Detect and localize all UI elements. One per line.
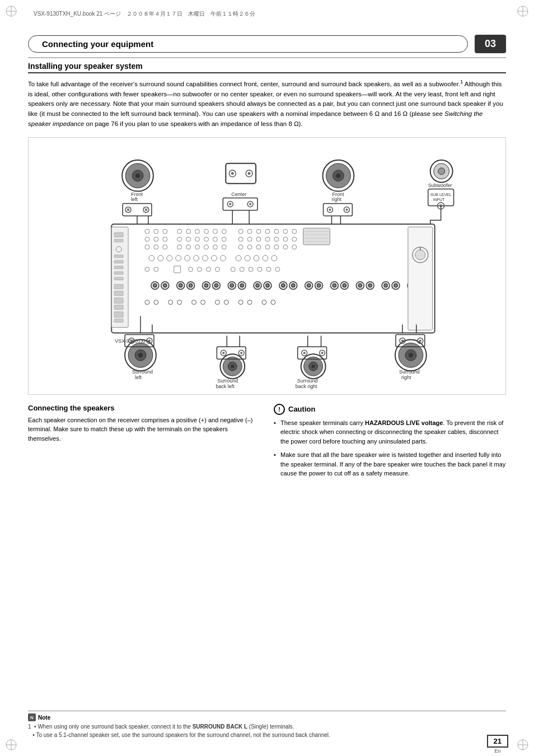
svg-point-169 bbox=[240, 284, 243, 287]
svg-text:Surround: Surround bbox=[399, 369, 420, 375]
svg-point-121 bbox=[292, 245, 297, 249]
svg-point-100 bbox=[247, 237, 252, 241]
caution-title: Caution bbox=[288, 405, 315, 413]
svg-point-15 bbox=[135, 174, 140, 178]
svg-point-31 bbox=[248, 172, 251, 175]
bottom-columns: Connecting the speakers Each speaker con… bbox=[28, 404, 506, 483]
svg-text:Surround: Surround bbox=[297, 378, 318, 384]
svg-point-201 bbox=[177, 300, 182, 305]
page-lang: En bbox=[494, 748, 500, 754]
svg-point-76 bbox=[163, 229, 167, 234]
svg-text:Front: Front bbox=[131, 191, 143, 197]
svg-rect-27 bbox=[226, 164, 256, 184]
svg-point-37 bbox=[249, 203, 251, 205]
svg-point-98 bbox=[222, 237, 226, 241]
svg-point-129 bbox=[211, 255, 217, 261]
svg-text:back left: back left bbox=[216, 384, 235, 389]
svg-rect-70 bbox=[114, 298, 123, 304]
svg-text:right: right bbox=[331, 197, 341, 202]
note-section: N Note 1 • When using only one surround … bbox=[28, 711, 506, 739]
svg-text:Subwoofer: Subwoofer bbox=[428, 183, 452, 188]
svg-point-246 bbox=[312, 365, 315, 368]
svg-point-202 bbox=[192, 300, 196, 305]
svg-point-257 bbox=[409, 353, 413, 357]
svg-point-146 bbox=[257, 267, 262, 272]
svg-point-35 bbox=[229, 203, 231, 205]
svg-point-173 bbox=[266, 284, 269, 287]
svg-point-161 bbox=[189, 284, 193, 287]
page-number-box: 21 En bbox=[487, 735, 508, 754]
svg-point-87 bbox=[274, 229, 279, 234]
svg-rect-60 bbox=[114, 232, 123, 237]
main-content: Installing your speaker system To take f… bbox=[28, 62, 506, 722]
svg-text:Center: Center bbox=[231, 191, 246, 197]
svg-point-140 bbox=[198, 267, 202, 272]
svg-rect-61 bbox=[114, 239, 123, 242]
svg-point-133 bbox=[254, 255, 259, 261]
svg-point-101 bbox=[256, 237, 261, 241]
connecting-speakers-section: Connecting the speakers Each speaker con… bbox=[28, 404, 260, 483]
svg-point-224 bbox=[138, 353, 143, 357]
caution-box: ! Caution These speaker terminals carry … bbox=[274, 404, 506, 478]
svg-point-112 bbox=[204, 245, 208, 249]
connecting-speakers-title: Connecting the speakers bbox=[28, 404, 260, 412]
svg-point-74 bbox=[145, 229, 149, 234]
svg-point-145 bbox=[249, 267, 253, 272]
svg-point-175 bbox=[282, 284, 285, 287]
svg-rect-149 bbox=[303, 228, 330, 245]
svg-point-209 bbox=[271, 300, 275, 305]
svg-point-179 bbox=[307, 284, 311, 287]
svg-point-119 bbox=[274, 245, 279, 249]
corner-mark-tr bbox=[516, 4, 530, 18]
svg-text:Front: Front bbox=[332, 191, 344, 197]
svg-point-91 bbox=[154, 237, 158, 241]
svg-point-93 bbox=[177, 237, 182, 241]
svg-point-75 bbox=[154, 229, 158, 234]
svg-point-191 bbox=[384, 284, 387, 287]
svg-point-227 bbox=[130, 339, 133, 342]
svg-rect-68 bbox=[114, 284, 123, 289]
svg-point-143 bbox=[231, 267, 235, 272]
svg-point-85 bbox=[256, 229, 261, 234]
svg-point-205 bbox=[224, 300, 228, 305]
svg-point-235 bbox=[231, 365, 234, 368]
svg-point-118 bbox=[265, 245, 270, 249]
svg-point-183 bbox=[332, 284, 336, 287]
svg-point-124 bbox=[167, 255, 172, 261]
svg-rect-73 bbox=[114, 319, 123, 322]
svg-point-78 bbox=[186, 229, 191, 234]
svg-point-131 bbox=[236, 255, 241, 261]
svg-point-51 bbox=[438, 168, 445, 175]
note-text: 1 • When using only one surround back sp… bbox=[28, 722, 506, 739]
svg-point-142 bbox=[215, 267, 219, 272]
svg-point-117 bbox=[256, 245, 261, 249]
svg-rect-33 bbox=[223, 198, 257, 210]
svg-point-125 bbox=[176, 255, 181, 261]
svg-point-163 bbox=[204, 284, 208, 287]
svg-rect-138 bbox=[174, 266, 181, 273]
svg-point-103 bbox=[274, 237, 279, 241]
svg-point-167 bbox=[230, 284, 233, 287]
svg-point-251 bbox=[321, 352, 324, 354]
svg-point-114 bbox=[222, 245, 226, 249]
corner-mark-bl bbox=[4, 738, 18, 752]
svg-point-141 bbox=[206, 267, 210, 272]
speaker-diagram: Front left Center bbox=[28, 137, 506, 395]
caution-header: ! Caution bbox=[274, 404, 506, 415]
svg-point-189 bbox=[368, 284, 372, 287]
svg-rect-67 bbox=[114, 277, 123, 280]
caution-item-2: Make sure that all the bare speaker wire… bbox=[274, 450, 506, 478]
intro-body: To take full advantage of the receiver's… bbox=[28, 81, 503, 127]
svg-point-102 bbox=[265, 237, 270, 241]
svg-point-122 bbox=[149, 255, 154, 261]
svg-point-107 bbox=[154, 245, 158, 249]
svg-point-48 bbox=[345, 208, 348, 211]
svg-point-155 bbox=[153, 284, 157, 287]
svg-point-116 bbox=[247, 245, 252, 249]
file-info-bar: VSX-9130TXH_KU.book 21 ページ ２００８年４月１７日 木曜… bbox=[34, 10, 500, 18]
svg-rect-65 bbox=[114, 266, 123, 269]
svg-point-109 bbox=[177, 245, 182, 249]
caution-icon: ! bbox=[274, 404, 285, 415]
svg-point-134 bbox=[263, 255, 268, 261]
svg-rect-44 bbox=[324, 203, 353, 216]
